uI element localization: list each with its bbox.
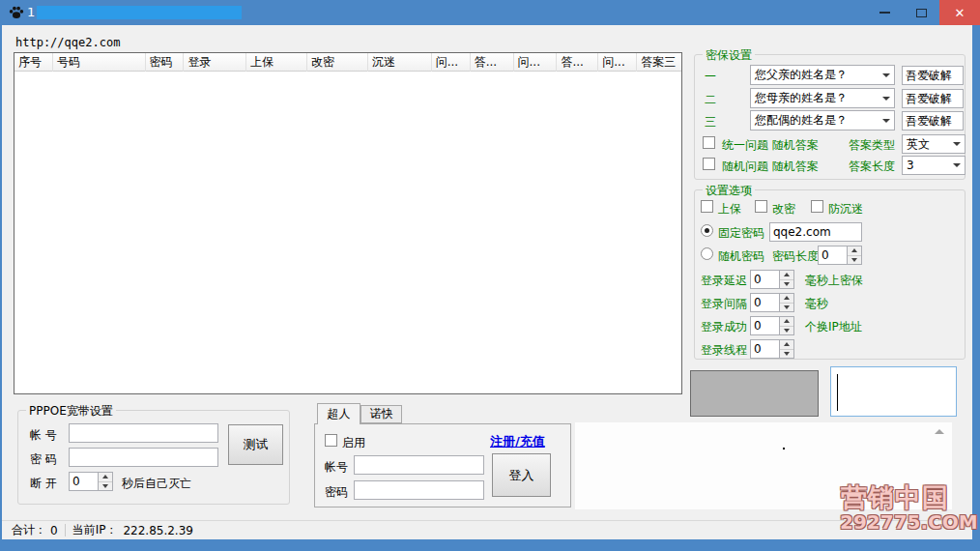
login-delay-suffix: 毫秒上密保 [805, 273, 863, 289]
enable-checkbox[interactable] [325, 434, 337, 447]
tab-chaoren[interactable]: 超人 [317, 403, 360, 424]
answer-type-combobox[interactable]: 英文 [902, 134, 966, 154]
spinner-up-button[interactable] [99, 473, 112, 482]
title-selected-text [37, 6, 242, 19]
register-recharge-link[interactable]: 注册/充值 [490, 433, 545, 450]
column-header-number[interactable]: 号码 [53, 53, 146, 72]
login-success-spinner[interactable]: 0 [750, 316, 794, 335]
anti-indulge-checkbox-label: 防沉迷 [828, 201, 863, 218]
protect-checkbox[interactable] [701, 200, 713, 213]
maximize-button[interactable] [903, 0, 939, 25]
watermark-line2: 292775.COM [840, 510, 978, 534]
answer-3-input[interactable] [902, 111, 964, 130]
spinner-down-button[interactable] [780, 327, 793, 335]
column-header-q3[interactable]: 问... [598, 53, 637, 72]
question-1-combobox[interactable]: 您父亲的姓名是？ [750, 65, 895, 85]
fixed-password-radio[interactable] [701, 224, 713, 237]
random-password-radio[interactable] [701, 247, 713, 260]
tab-nuokuai[interactable]: 诺快 [360, 405, 402, 423]
fixed-password-label: 固定密码 [718, 225, 764, 242]
pppoe-account-field[interactable] [69, 423, 218, 443]
column-header-changepw[interactable]: 改密 [307, 53, 368, 72]
column-header-indulge[interactable]: 沉迷 [368, 53, 432, 72]
agent-password-label: 密码 [325, 484, 348, 501]
column-header-password[interactable]: 密码 [146, 53, 185, 72]
protect-checkbox-label: 上保 [718, 201, 741, 218]
answer-length-combobox[interactable]: 3 [902, 156, 966, 175]
login-interval-label: 登录间隔 [701, 296, 747, 312]
spinner-down-button[interactable] [780, 280, 793, 289]
paw-icon [8, 4, 25, 21]
settings-options-group: 设置选项 上保 改密 防沉迷 固定密码 随机密码 密码长度 0 登录延迟 0 毫… [694, 189, 966, 360]
anti-indulge-checkbox[interactable] [811, 200, 823, 213]
chevron-down-icon[interactable] [879, 97, 894, 101]
output-box[interactable] [830, 366, 957, 417]
column-header-a3[interactable]: 答案三 [637, 53, 681, 72]
spinner-down-button[interactable] [780, 304, 793, 312]
column-header-login[interactable]: 登录 [184, 53, 246, 72]
disconnect-spinner[interactable]: 0 [69, 472, 113, 491]
answer-length-label: 答案长度 [849, 159, 895, 175]
question-row-2-label: 二 [705, 92, 716, 108]
column-header-q1[interactable]: 问... [432, 53, 471, 72]
minimize-icon [879, 12, 890, 14]
minimize-button[interactable] [866, 0, 903, 25]
column-header-serial[interactable]: 序号 [14, 53, 53, 72]
unified-question-checkbox[interactable] [703, 136, 715, 149]
scroll-up-icon[interactable] [935, 429, 944, 434]
password-length-spinner[interactable]: 0 [818, 246, 862, 265]
window-border-bottom [0, 539, 980, 551]
random-question-label: 随机问题 随机答案 [722, 159, 819, 175]
login-interval-spinner[interactable]: 0 [750, 293, 794, 312]
pppoe-password-label: 密 码 [30, 451, 57, 468]
spinner-up-button[interactable] [780, 294, 793, 304]
spinner-down-button[interactable] [848, 256, 861, 265]
spinner-up-button[interactable] [780, 340, 793, 350]
chevron-down-icon[interactable] [949, 142, 965, 146]
title-bar[interactable]: 1 ✕ [0, 0, 980, 25]
account-table[interactable]: 序号 号码 密码 登录 上保 改密 沉迷 问... 答... 问... 答...… [14, 52, 682, 394]
fixed-password-input[interactable] [769, 222, 862, 242]
login-success-label: 登录成功 [701, 319, 747, 335]
chevron-down-icon[interactable] [949, 163, 965, 167]
column-header-protect[interactable]: 上保 [246, 53, 307, 72]
answer-2-input[interactable] [902, 89, 964, 108]
spinner-value: 0 [70, 473, 98, 490]
column-header-a2[interactable]: 答... [557, 53, 598, 72]
spinner-down-button[interactable] [99, 482, 112, 491]
close-button[interactable]: ✕ [939, 0, 980, 25]
status-total-label: 合计： [12, 522, 46, 538]
status-total-value: 0 [50, 524, 58, 537]
changepw-checkbox[interactable] [755, 200, 767, 213]
window-title: 1 [27, 0, 35, 25]
spinner-up-button[interactable] [848, 246, 861, 256]
chevron-down-icon[interactable] [879, 73, 894, 77]
chevron-down-icon[interactable] [879, 119, 894, 123]
column-header-q2[interactable]: 问... [514, 53, 558, 72]
question-2-combobox[interactable]: 您母亲的姓名是？ [750, 88, 895, 108]
test-button[interactable]: 测试 [228, 424, 283, 465]
table-body[interactable] [14, 72, 681, 393]
random-question-checkbox[interactable] [703, 158, 715, 170]
password-length-label: 密码长度 [772, 248, 819, 265]
status-separator [65, 524, 66, 536]
agent-password-field[interactable] [354, 480, 484, 500]
settings-options-title: 设置选项 [703, 183, 755, 199]
spinner-up-button[interactable] [780, 317, 793, 327]
login-button[interactable]: 登入 [492, 453, 551, 497]
login-threads-spinner[interactable]: 0 [750, 339, 794, 359]
question-3-combobox[interactable]: 您配偶的姓名是？ [750, 110, 895, 130]
answer-1-input[interactable] [902, 66, 964, 85]
cursor-speck [783, 448, 785, 450]
login-interval-suffix: 毫秒 [805, 296, 828, 312]
login-delay-spinner[interactable]: 0 [750, 270, 794, 289]
question-2-value: 您母亲的姓名是？ [751, 90, 879, 106]
spinner-up-button[interactable] [780, 271, 793, 280]
spinner-down-button[interactable] [780, 350, 793, 359]
pppoe-password-field[interactable] [69, 448, 218, 467]
table-header: 序号 号码 密码 登录 上保 改密 沉迷 问... 答... 问... 答...… [14, 53, 681, 72]
security-settings-group: 密保设置 一 您父亲的姓名是？ 二 您母亲的姓名是？ 三 您配偶的姓名是？ 统一… [694, 54, 966, 180]
column-header-a1[interactable]: 答... [471, 53, 514, 72]
agent-account-field[interactable] [354, 455, 484, 475]
answer-length-value: 3 [903, 159, 949, 172]
